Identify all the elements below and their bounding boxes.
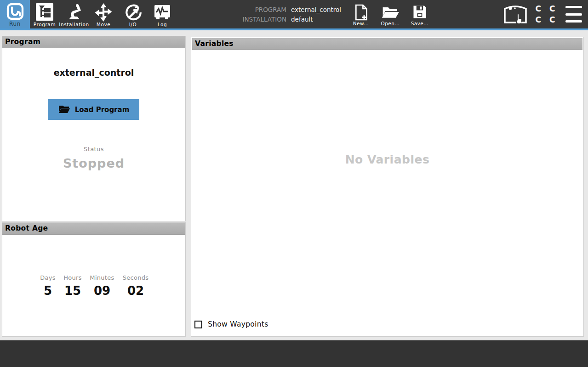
age-hours-value: 15: [63, 284, 82, 298]
accent-line: [0, 28, 588, 30]
robot-age-panel: Robot Age Days 5 Hours 15 Minutes 09 Sec…: [2, 222, 186, 337]
age-seconds-value: 02: [123, 284, 149, 298]
age-seconds: Seconds 02: [123, 274, 149, 298]
folder-icon: [58, 104, 70, 115]
polyscope-app: Run Program: [0, 0, 588, 367]
age-hours: Hours 15: [63, 274, 82, 298]
io-circular-arrows-icon: [123, 3, 143, 24]
load-program-button-label: Load Program: [75, 106, 130, 114]
age-minutes-value: 09: [90, 284, 114, 298]
open-button[interactable]: Open...: [377, 1, 404, 28]
new-file-icon: [354, 4, 368, 23]
show-waypoints-checkbox[interactable]: [194, 321, 202, 328]
program-panel-header: Program: [2, 36, 185, 48]
installation-value: default: [291, 15, 341, 24]
status-glyphs: C C C C: [532, 3, 558, 26]
tab-io[interactable]: I/O: [118, 0, 148, 28]
log-monitor-icon: [153, 3, 171, 23]
variables-panel-body: No Variables Show Waypoints: [191, 51, 583, 336]
robot-age-panel-body: Days 5 Hours 15 Minutes 09 Seconds 02: [2, 235, 185, 336]
open-folder-icon: [381, 4, 400, 22]
program-panel-body: external_control Load Program Status Sto…: [2, 48, 185, 221]
show-waypoints-row[interactable]: Show Waypoints: [194, 320, 268, 328]
loaded-file-info: PROGRAM external_control INSTALLATION de…: [230, 5, 341, 24]
robot-arm-icon: [65, 3, 83, 23]
variables-panel: Variables No Variables Show Waypoints: [191, 37, 584, 337]
age-days-label: Days: [40, 274, 56, 281]
robot-age-panel-header: Robot Age: [2, 223, 185, 235]
tab-log[interactable]: Log: [148, 0, 177, 28]
program-panel: Program external_control Load Program St…: [2, 36, 186, 221]
ur-logo-icon: [6, 3, 24, 22]
tab-run[interactable]: Run: [0, 0, 30, 28]
age-seconds-label: Seconds: [123, 274, 149, 281]
hamburger-menu-icon[interactable]: [565, 6, 582, 23]
program-tree-icon: [35, 3, 54, 23]
show-waypoints-label: Show Waypoints: [208, 320, 268, 328]
program-value: external_control: [291, 5, 341, 14]
top-bar: Run Program: [0, 0, 588, 28]
save-floppy-icon: [411, 4, 428, 22]
tab-program[interactable]: Program: [30, 0, 59, 28]
status-value: Stopped: [2, 156, 185, 170]
save-button[interactable]: Save...: [406, 1, 433, 28]
no-variables-message: No Variables: [191, 153, 583, 166]
status-glyph-row: C C: [532, 14, 558, 25]
new-button[interactable]: New...: [348, 1, 374, 28]
installation-label: INSTALLATION: [230, 15, 286, 24]
program-name: external_control: [2, 68, 185, 78]
age-hours-label: Hours: [63, 274, 82, 281]
teach-pendant-icon[interactable]: [502, 2, 528, 26]
tab-installation[interactable]: Installation: [59, 0, 89, 28]
status-label: Status: [2, 146, 185, 152]
program-label: PROGRAM: [230, 5, 286, 14]
move-arrows-icon: [94, 3, 113, 24]
bottom-bar: Speed 100% 15:37:27 June 14, 2019: [0, 340, 588, 367]
age-minutes-label: Minutes: [90, 274, 114, 281]
status-glyph-row: C C: [532, 3, 558, 14]
tab-move[interactable]: Move: [89, 0, 118, 28]
variables-panel-header: Variables: [192, 38, 582, 50]
age-days: Days 5: [40, 274, 56, 298]
age-days-value: 5: [40, 284, 56, 298]
age-minutes: Minutes 09: [90, 274, 114, 298]
load-program-button[interactable]: Load Program: [48, 99, 139, 120]
